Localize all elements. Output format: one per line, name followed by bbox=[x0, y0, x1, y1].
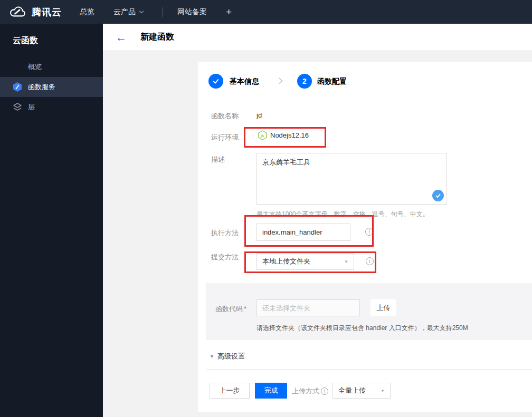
top-navbar: 腾讯云 总览 云产品 网站备案 + bbox=[0, 0, 532, 24]
description-label: 描述 bbox=[211, 155, 225, 164]
divider bbox=[206, 369, 532, 370]
upload-button[interactable]: 上传 bbox=[370, 299, 396, 316]
page-header: ← 新建函数 bbox=[103, 24, 532, 50]
function-code-section: 函数代码* 上传 请选择文件夹（该文件夹根目录应包含 handler 入口文件）… bbox=[206, 283, 532, 340]
upload-mode-row: 上传方式 i bbox=[292, 386, 328, 396]
sidebar-title: 云函数 bbox=[0, 24, 103, 57]
content-area: 基本信息 2 函数配置 函数名称 jd 运行环境 js Nodejs12.16 … bbox=[103, 50, 532, 417]
submit-method-value: 本地上传文件夹 bbox=[262, 257, 310, 266]
description-hint: 最大支持1000个英文字母、数字、空格、逗号、句号、中文。 bbox=[256, 210, 429, 219]
sidebar: 云函数 概览 函数服务 层 bbox=[0, 24, 103, 417]
function-name-label: 函数名称 bbox=[211, 111, 239, 121]
back-arrow-button[interactable]: ← bbox=[116, 32, 127, 43]
advanced-settings-label: 高级设置 bbox=[217, 352, 245, 361]
sidebar-item-label: 函数服务 bbox=[28, 82, 55, 92]
scf-hexagon-icon bbox=[13, 82, 22, 92]
svg-text:js: js bbox=[260, 133, 264, 138]
nav-item-icp-filing[interactable]: 网站备案 bbox=[177, 7, 207, 17]
submit-method-label: 提交方法 bbox=[211, 253, 239, 262]
finish-button[interactable]: 完成 bbox=[255, 383, 287, 399]
page-title: 新建函数 bbox=[140, 32, 174, 43]
step1-done-circle bbox=[208, 74, 223, 89]
step2-label: 函数配置 bbox=[317, 77, 347, 86]
submit-method-select[interactable]: 本地上传文件夹 ▼ bbox=[256, 253, 354, 270]
valid-check-badge bbox=[432, 190, 444, 201]
add-tab-button[interactable]: + bbox=[226, 6, 232, 18]
triangle-down-icon: ▼ bbox=[210, 354, 214, 359]
caret-down-icon: ▼ bbox=[381, 389, 385, 393]
function-code-label: 函数代码* bbox=[215, 304, 246, 314]
nodejs-icon: js bbox=[258, 130, 267, 140]
sidebar-item-label: 层 bbox=[28, 102, 35, 112]
sidebar-item-overview[interactable]: 概览 bbox=[0, 57, 103, 77]
sidebar-item-function-service[interactable]: 函数服务 bbox=[0, 77, 103, 97]
upload-mode-label: 上传方式 bbox=[292, 386, 319, 396]
brand-name: 腾讯云 bbox=[32, 6, 62, 18]
function-code-label-text: 函数代码 bbox=[215, 305, 243, 313]
runtime-value: Nodejs12.16 bbox=[270, 131, 309, 139]
handler-info-icon[interactable]: i bbox=[365, 228, 373, 236]
step-chevron-icon bbox=[276, 77, 283, 84]
sidebar-item-layers[interactable]: 层 bbox=[0, 97, 103, 117]
function-name-value: jd bbox=[256, 111, 262, 119]
sidebar-item-label: 概览 bbox=[28, 62, 42, 72]
runtime-label: 运行环境 bbox=[211, 133, 239, 142]
check-icon bbox=[435, 192, 441, 199]
description-textarea[interactable]: 京东薅羊毛工具 bbox=[256, 153, 447, 205]
step2-number-circle: 2 bbox=[297, 74, 312, 89]
submit-method-info-icon[interactable]: i bbox=[366, 257, 374, 265]
upload-mode-value: 全量上传 bbox=[338, 386, 366, 395]
previous-step-button[interactable]: 上一步 bbox=[210, 383, 250, 399]
caret-down-icon: ▼ bbox=[344, 259, 348, 264]
upload-mode-info-icon[interactable]: i bbox=[321, 387, 328, 395]
step1-label: 基本信息 bbox=[230, 77, 259, 86]
grid-icon bbox=[13, 62, 22, 72]
handler-label: 执行方法 bbox=[211, 228, 239, 238]
nav-item-products-label: 云产品 bbox=[113, 7, 136, 17]
top-nav-menu: 总览 云产品 网站备案 + bbox=[80, 6, 232, 18]
check-icon bbox=[212, 77, 220, 85]
nav-item-overview[interactable]: 总览 bbox=[80, 7, 94, 17]
advanced-settings-toggle[interactable]: ▼ 高级设置 bbox=[210, 352, 245, 361]
handler-input[interactable] bbox=[256, 224, 350, 241]
chevron-down-icon bbox=[139, 9, 144, 13]
tencent-cloud-logo[interactable]: 腾讯云 bbox=[8, 6, 62, 18]
runtime-value-row: js Nodejs12.16 bbox=[258, 130, 309, 140]
nav-divider bbox=[162, 7, 163, 17]
nav-item-products[interactable]: 云产品 bbox=[113, 7, 143, 17]
function-code-hint: 请选择文件夹（该文件夹根目录应包含 handler 入口文件），最大支持250M bbox=[256, 324, 468, 333]
required-asterisk: * bbox=[244, 305, 246, 313]
layers-icon bbox=[13, 102, 22, 112]
folder-path-input[interactable] bbox=[256, 299, 360, 316]
upload-mode-select[interactable]: 全量上传 ▼ bbox=[332, 383, 391, 399]
create-function-card: 基本信息 2 函数配置 函数名称 jd 运行环境 js Nodejs12.16 … bbox=[198, 62, 532, 412]
cloud-logo-icon bbox=[8, 6, 26, 18]
